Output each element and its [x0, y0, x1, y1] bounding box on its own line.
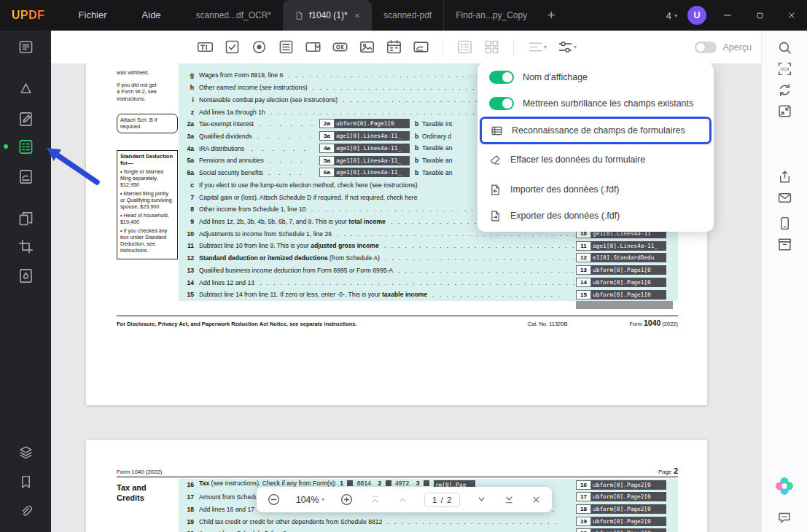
menu-item[interactable]: Mettreen surbrillance les champs existan… — [477, 90, 714, 117]
tool-ocr[interactable]: OCR — [775, 59, 794, 78]
tool-share[interactable] — [775, 167, 794, 186]
document-tab[interactable]: scanned-pdf — [372, 0, 443, 31]
document-tab[interactable]: Find-an...py_Copy — [443, 0, 539, 31]
text-segment: Add lines 12 and 13 . . . . . . . . . . … — [199, 279, 574, 286]
form-field[interactable]: 3aage1[0].Lines4a-11_b Ordinary d — [319, 131, 451, 141]
zoom-level-dropdown[interactable]: 104% ▾ — [296, 495, 324, 505]
tool-checkbox-field[interactable] — [224, 39, 241, 55]
tool-convert[interactable] — [775, 80, 794, 99]
tool-radio-field[interactable] — [251, 39, 268, 55]
document-tab[interactable]: scanned...df_OCR* — [184, 0, 283, 31]
tool-organize-pages[interactable] — [15, 208, 36, 229]
tool-date-field[interactable] — [386, 39, 402, 55]
tool-compress[interactable] — [775, 101, 794, 120]
feedback-chat-icon[interactable] — [777, 510, 792, 525]
tool-annotate[interactable] — [15, 78, 36, 98]
form-field[interactable]: 16ubform[0].Page2[0 — [576, 480, 666, 490]
form-row: 11Subtract line 10 from line 9. This is … — [179, 240, 678, 252]
menu-fichier[interactable]: Fichier — [61, 0, 125, 31]
form-field[interactable]: 20ubform[0].Page2[0 — [576, 528, 666, 532]
menu-item[interactable]: Effacer les données du formulaire — [477, 146, 714, 173]
left-sidebar — [0, 31, 51, 532]
document-tab[interactable]: f1040 (1)*✕ — [283, 0, 372, 31]
menu-aide[interactable]: Aide — [125, 0, 179, 31]
tool-watermark[interactable] — [15, 265, 36, 286]
form-field[interactable]: 12e1[0].StandardDedu — [576, 253, 666, 262]
form-field[interactable]: 15ubform[0].Page1[0 — [576, 290, 666, 300]
user-avatar[interactable]: U — [687, 6, 706, 25]
footer-form-year: (2022) — [662, 321, 678, 327]
toggle-switch[interactable] — [489, 97, 514, 110]
tool-combo-box-field[interactable] — [305, 39, 321, 55]
close-zoom-toolbar-button[interactable] — [531, 494, 542, 505]
form-field[interactable]: 4aage1[0].Lines4a-11_b Taxable an — [319, 144, 453, 153]
form-field[interactable]: 14ubform[0].Page1[0 — [576, 278, 666, 287]
form-field[interactable]: 2aubform[0].Page1[0b Taxable int — [319, 119, 452, 128]
menu-item[interactable]: Importer des données (.fdf) — [477, 176, 714, 203]
tool-arrange-fields[interactable] — [483, 39, 500, 55]
tool-signature-field[interactable] — [413, 39, 429, 55]
tool-crop[interactable] — [15, 236, 36, 257]
tool-form-options[interactable]: ▾ — [557, 39, 577, 55]
form-field[interactable]: 19ubform[0].Page2[0 — [576, 517, 666, 526]
form-field[interactable]: 17ubform[0].Page2[0 — [576, 492, 666, 501]
form-field[interactable]: 13ubform[0].Page1[0 — [576, 265, 666, 275]
tool-sign[interactable] — [15, 166, 36, 187]
form-field[interactable]: 18ubform[0].Page2[0 — [576, 504, 666, 514]
tool-forms[interactable] — [15, 136, 36, 157]
tool-button-field[interactable] — [332, 39, 348, 55]
toggle-switch[interactable] — [489, 71, 514, 84]
tool-mail[interactable] — [775, 188, 794, 207]
checkbox-field[interactable] — [424, 480, 429, 486]
tool-bookmarks[interactable] — [15, 472, 36, 492]
line-number: 11 — [179, 242, 194, 249]
tool-archive[interactable] — [775, 235, 794, 254]
menu-item[interactable]: Reconnaissance de champs de formulaires — [480, 117, 712, 144]
compress-icon — [777, 103, 792, 119]
tool-reader[interactable] — [15, 36, 36, 57]
attach-schb-note: Attach Sch. B if required. — [117, 114, 178, 133]
checkbox-field[interactable] — [386, 480, 391, 486]
form-field[interactable]: 11age1[0].Lines4a-11_ — [576, 241, 666, 251]
tool-mobile[interactable] — [775, 214, 794, 232]
preview-toggle[interactable] — [695, 42, 717, 53]
next-page-button[interactable] — [475, 493, 488, 506]
form-field[interactable]: 6aage1[0].Lines4a-11_b Taxable an — [319, 168, 453, 177]
minimize-button[interactable] — [717, 0, 738, 31]
checkbox-field[interactable] — [347, 480, 353, 486]
tool-text-field[interactable] — [197, 39, 214, 55]
maximize-button[interactable] — [749, 0, 771, 31]
tool-field-list[interactable] — [456, 39, 473, 55]
menu-item[interactable]: Nom d'affichage — [477, 64, 714, 90]
menu-item-label: Mettreen surbrillance les champs existan… — [523, 98, 693, 109]
line-text: Nontaxable combat pay election (see inst… — [199, 96, 491, 103]
zoom-out-button[interactable] — [267, 493, 281, 506]
tool-attachments[interactable] — [15, 501, 36, 522]
tool-edit[interactable] — [15, 109, 36, 129]
previous-page-button[interactable] — [397, 493, 409, 506]
ai-assistant-icon[interactable] — [773, 475, 795, 497]
last-page-button[interactable] — [503, 493, 515, 506]
tool-list-box-field[interactable] — [278, 39, 295, 55]
field-line-number: 16 — [576, 480, 591, 490]
form-field[interactable]: 5aage1[0].Lines4a-11_b Taxable an — [319, 156, 453, 165]
tool-search[interactable] — [775, 38, 794, 57]
document-canvas[interactable]: was withheld. If you did not get a Form … — [51, 63, 762, 532]
first-page-button[interactable] — [369, 493, 381, 506]
tab-list-dropdown[interactable]: 4 ▾ — [666, 10, 677, 21]
tool-layers[interactable] — [15, 442, 36, 462]
line-number: 7 — [179, 194, 194, 201]
tool-image-field[interactable] — [359, 39, 375, 55]
line-number: 18 — [179, 506, 194, 513]
markup-icon — [17, 80, 34, 97]
tool-align-fields[interactable]: ▾ — [527, 39, 547, 55]
new-tab-button[interactable]: + — [539, 1, 564, 30]
deduction-item: • If you checked any box under Standard … — [120, 227, 174, 254]
bookmark-icon — [18, 474, 34, 490]
close-window-button[interactable] — [781, 0, 803, 31]
zoom-in-button[interactable] — [340, 493, 354, 506]
menu-item[interactable]: Exporter des données (.fdf) — [477, 203, 714, 229]
close-tab-icon[interactable]: ✕ — [354, 12, 360, 20]
field-line-number: 4a — [319, 144, 335, 153]
field-line-number: 3a — [319, 131, 335, 141]
